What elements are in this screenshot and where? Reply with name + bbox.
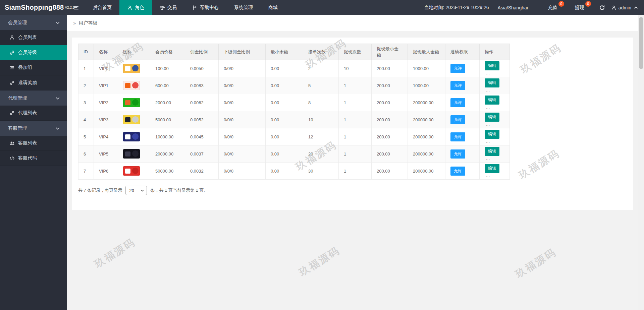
invite-allow-button[interactable]: 允许 xyxy=(450,132,465,141)
main-content: » 用户等级 ID名称图标会员价格佣金比例下级佣金比例最小余额接单次数提现次数提… xyxy=(67,15,638,310)
vip-icon-detail xyxy=(125,169,130,174)
cell-order-count: 10 xyxy=(303,111,339,128)
more-actions: … xyxy=(486,122,490,127)
nav-tab-system[interactable]: 系统管理 xyxy=(226,0,261,15)
cell-withdraw-count: 1 xyxy=(339,128,372,145)
nav-tab-roles[interactable]: 角色 xyxy=(119,0,152,15)
table-row: 5VIP410000.000.00450/0/00.00121200.00200… xyxy=(78,128,510,145)
edit-button[interactable]: 编辑 xyxy=(485,78,499,87)
column-header: ID xyxy=(78,44,94,60)
nav-tab-label: 后台首页 xyxy=(93,5,112,11)
users-icon xyxy=(9,140,15,146)
cell-min-balance: 0.00 xyxy=(266,145,303,163)
vip-icon-image xyxy=(123,166,140,176)
sidebar-item-label: 客服代码 xyxy=(18,155,37,161)
vip-icon-image xyxy=(123,81,140,90)
topbar: SiamShopping888 V2.2.1 后台首页角色交易帮助中心系统管理商… xyxy=(0,0,644,15)
column-header: 佣金比例 xyxy=(185,44,219,60)
pagination-suffix: 条，共 1 页当前显示第 1 页。 xyxy=(150,187,208,193)
table-header-row: ID名称图标会员价格佣金比例下级佣金比例最小余额接单次数提现次数提现最小金额提现… xyxy=(78,44,510,60)
edit-button[interactable]: 编辑 xyxy=(485,96,499,105)
sidebar-item-member-level[interactable]: 会员等级 xyxy=(0,45,67,60)
cell-action: 编辑… xyxy=(480,145,510,163)
cell-withdraw-max: 1000.00 xyxy=(408,60,445,77)
cell-invite: 允许 xyxy=(445,128,480,145)
edit-button[interactable]: 编辑 xyxy=(485,164,499,173)
sidebar-group-member-management[interactable]: 会员管理 xyxy=(0,15,67,30)
cell-invite: 允许 xyxy=(445,145,480,163)
chevron-down-icon xyxy=(55,96,60,101)
cell-commission: 0.0037 xyxy=(185,145,219,163)
cell-id: 4 xyxy=(78,111,94,128)
withdraw-label: 提现 xyxy=(575,5,584,10)
cell-sub-commission: 0/0/0 xyxy=(219,145,266,163)
withdraw-badge: 0 xyxy=(585,1,591,7)
vip-icon-detail xyxy=(132,168,139,174)
edit-button[interactable]: 编辑 xyxy=(485,61,499,70)
invite-allow-button[interactable]: 允许 xyxy=(450,98,465,107)
vip-icon-image xyxy=(123,64,140,73)
cell-withdraw-count: 1 xyxy=(339,145,372,163)
nav-tab-mall[interactable]: 商城 xyxy=(261,0,285,15)
sidebar-group-label: 代理管理 xyxy=(8,95,27,101)
invite-allow-button[interactable]: 允许 xyxy=(450,167,465,176)
cell-action: 编辑… xyxy=(480,60,510,77)
nav-tab-help-center[interactable]: 帮助中心 xyxy=(184,0,226,15)
withdraw-button[interactable]: 提现 0 xyxy=(570,5,590,11)
sidebar-group-agent-management[interactable]: 代理管理 xyxy=(0,90,67,106)
column-header: 最小余额 xyxy=(266,44,303,60)
column-header: 下级佣金比例 xyxy=(219,44,266,60)
recharge-button[interactable]: 充值 0 xyxy=(543,5,563,11)
sidebar-item-member-list[interactable]: 会员列表 xyxy=(0,30,67,45)
cell-action: 编辑… xyxy=(480,111,510,128)
page-size-select[interactable]: 20 xyxy=(125,186,147,195)
invite-allow-button[interactable]: 允许 xyxy=(450,149,465,159)
sidebar-item-service-code[interactable]: 客服代码 xyxy=(0,151,67,166)
nav-tab-home[interactable]: 后台首页 xyxy=(85,0,119,15)
sidebar-item-service-list[interactable]: 客服列表 xyxy=(0,136,67,151)
sidebar-item-agent-list[interactable]: 代理列表 xyxy=(0,106,67,121)
cell-invite: 允许 xyxy=(445,77,480,94)
recharge-badge: 0 xyxy=(558,1,564,7)
cell-min-balance: 0.00 xyxy=(266,128,303,145)
cell-sub-commission: 0/0/0 xyxy=(219,128,266,145)
sidebar-item-invite-reward[interactable]: 邀请奖励 xyxy=(0,75,67,90)
page-scrollbar[interactable] xyxy=(638,15,644,310)
invite-allow-button[interactable]: 允许 xyxy=(450,81,465,90)
edit-button[interactable]: 编辑 xyxy=(485,130,499,139)
chevron-down-icon xyxy=(141,189,144,192)
refresh-button[interactable] xyxy=(599,5,605,11)
pagination-prefix: 共 7 条记录，每页显示 xyxy=(78,187,122,193)
cell-withdraw-max: 200000.00 xyxy=(408,145,445,163)
cell-icon xyxy=(118,77,150,94)
cell-min-balance: 0.00 xyxy=(266,94,303,111)
topbar-right: 当地时间: 2023-11-29 10:29:26 Asia/Shanghai … xyxy=(424,0,644,15)
user-menu[interactable]: admin xyxy=(611,5,639,10)
table-card: ID名称图标会员价格佣金比例下级佣金比例最小余额接单次数提现次数提现最小金额提现… xyxy=(72,38,633,210)
sidebar: 会员管理会员列表会员等级叠加组邀请奖励代理管理代理列表客服管理客服列表客服代码 xyxy=(0,15,67,310)
refresh-icon xyxy=(599,5,605,11)
cell-withdraw-count: 1 xyxy=(339,94,372,111)
cell-commission: 0.0083 xyxy=(185,77,219,94)
cell-id: 7 xyxy=(78,163,94,180)
nav-tab-trade[interactable]: 交易 xyxy=(152,0,184,15)
more-actions: … xyxy=(486,87,490,92)
edit-button[interactable]: 编辑 xyxy=(485,147,499,156)
vip-icon-image xyxy=(123,98,140,107)
local-time: 当地时间: 2023-11-29 10:29:26 xyxy=(424,5,489,11)
collapse-sidebar-button[interactable] xyxy=(67,0,85,15)
scrollbar-thumb[interactable] xyxy=(639,17,643,69)
column-header: 会员价格 xyxy=(150,44,185,60)
cell-min-balance: 0.00 xyxy=(266,77,303,94)
invite-allow-button[interactable]: 允许 xyxy=(450,115,465,124)
cell-action: 编辑… xyxy=(480,94,510,111)
invite-allow-button[interactable]: 允许 xyxy=(450,64,465,73)
cell-sub-commission: 0/0/0 xyxy=(219,77,266,94)
sidebar-item-stack-group[interactable]: 叠加组 xyxy=(0,60,67,75)
cell-price: 10000.00 xyxy=(150,128,185,145)
cell-name: VIP2 xyxy=(94,94,118,111)
cell-name: VIP5 xyxy=(94,145,118,163)
edit-button[interactable]: 编辑 xyxy=(485,113,499,122)
cell-withdraw-count: 10 xyxy=(339,60,372,77)
sidebar-group-service-management[interactable]: 客服管理 xyxy=(0,121,67,136)
